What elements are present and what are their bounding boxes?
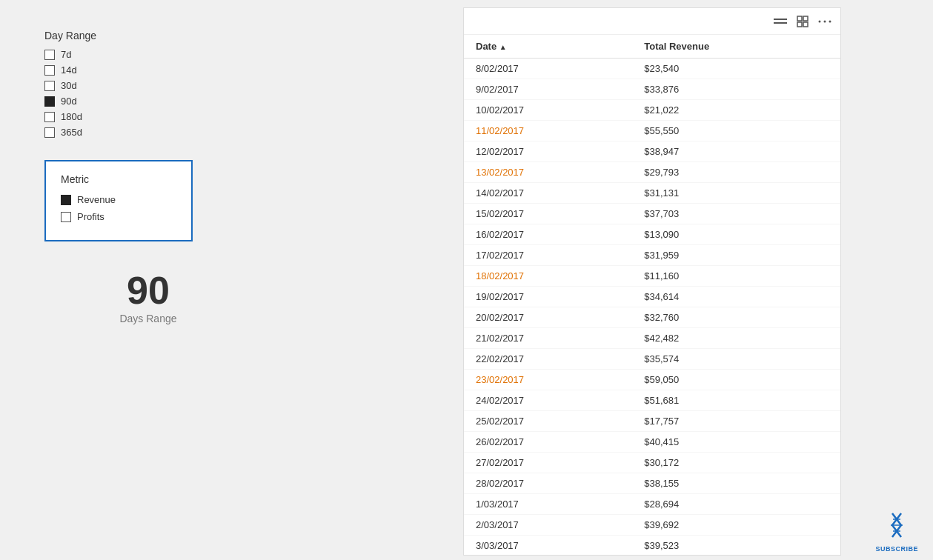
metric-swatch [61, 195, 71, 205]
subscribe-text: SUBSCRIBE [875, 545, 918, 553]
checkbox-label: 365d [61, 127, 82, 138]
revenue-cell: $40,415 [632, 432, 840, 453]
date-cell: 8/02/2017 [464, 59, 632, 79]
table-row: 10/02/2017$21,022 [464, 100, 840, 121]
revenue-cell: $51,681 [632, 390, 840, 411]
revenue-cell: $32,760 [632, 307, 840, 328]
revenue-cell: $29,793 [632, 162, 840, 183]
table-row: 9/02/2017$33,876 [464, 79, 840, 100]
svg-rect-1 [803, 16, 808, 21]
table-row: 16/02/2017$13,090 [464, 224, 840, 245]
table-row: 12/02/2017$38,947 [464, 141, 840, 162]
date-cell: 25/02/2017 [464, 411, 632, 432]
day-range-option[interactable]: 30d [44, 80, 252, 91]
hamburger-menu-icon[interactable] [774, 19, 787, 24]
svg-point-6 [829, 20, 831, 22]
revenue-cell: $34,614 [632, 287, 840, 307]
date-cell: 21/02/2017 [464, 328, 632, 349]
table-row: 21/02/2017$42,482 [464, 328, 840, 349]
date-cell: 16/02/2017 [464, 224, 632, 245]
date-cell: 2/03/2017 [464, 515, 632, 536]
data-table-container[interactable]: Date ▲ Total Revenue 8/02/2017$23,5409/0… [464, 35, 840, 555]
metric-label: Revenue [77, 194, 116, 205]
more-options-icon[interactable] [818, 19, 831, 24]
table-row: 17/02/2017$31,959 [464, 245, 840, 266]
revenue-cell: $28,694 [632, 494, 840, 515]
checkbox-box [44, 50, 55, 60]
checkbox-label: 180d [61, 111, 82, 122]
table-row: 11/02/2017$55,550 [464, 121, 840, 141]
revenue-cell: $55,550 [632, 121, 840, 141]
table-row: 1/03/2017$28,694 [464, 494, 840, 515]
right-panel: Date ▲ Total Revenue 8/02/2017$23,5409/0… [463, 7, 841, 556]
date-cell: 22/02/2017 [464, 349, 632, 370]
table-row: 8/02/2017$23,540 [464, 59, 840, 79]
revenue-cell: $23,540 [632, 59, 840, 79]
revenue-cell: $39,523 [632, 536, 840, 556]
revenue-cell: $35,574 [632, 349, 840, 370]
date-cell: 9/02/2017 [464, 79, 632, 100]
revenue-cell: $30,172 [632, 453, 840, 473]
metric-swatch [61, 212, 71, 222]
date-cell: 14/02/2017 [464, 183, 632, 204]
day-range-option[interactable]: 14d [44, 64, 252, 76]
revenue-cell: $11,160 [632, 266, 840, 287]
table-row: 14/02/2017$31,131 [464, 183, 840, 204]
date-cell: 13/02/2017 [464, 162, 632, 183]
revenue-cell: $17,757 [632, 411, 840, 432]
sort-arrow-icon: ▲ [499, 43, 507, 51]
day-range-option[interactable]: 180d [44, 111, 252, 122]
table-row: 25/02/2017$17,757 [464, 411, 840, 432]
date-cell: 10/02/2017 [464, 100, 632, 121]
day-range-title: Day Range [44, 30, 252, 41]
svg-rect-2 [797, 22, 802, 27]
table-row: 26/02/2017$40,415 [464, 432, 840, 453]
checkbox-box [44, 65, 55, 76]
date-cell: 23/02/2017 [464, 370, 632, 390]
checkbox-box [44, 81, 55, 91]
date-cell: 18/02/2017 [464, 266, 632, 287]
days-label: Days Range [44, 313, 252, 324]
revenue-column-header[interactable]: Total Revenue [632, 35, 840, 59]
table-row: 23/02/2017$59,050 [464, 370, 840, 390]
metric-option[interactable]: Revenue [61, 194, 176, 205]
table-row: 18/02/2017$11,160 [464, 266, 840, 287]
dna-icon [885, 512, 909, 544]
table-row: 15/02/2017$37,703 [464, 204, 840, 224]
table-toolbar [464, 8, 840, 35]
day-range-option[interactable]: 7d [44, 49, 252, 60]
table-row: 3/03/2017$39,523 [464, 536, 840, 556]
date-column-header[interactable]: Date ▲ [464, 35, 632, 59]
revenue-cell: $38,947 [632, 141, 840, 162]
date-cell: 1/03/2017 [464, 494, 632, 515]
day-range-option[interactable]: 365d [44, 127, 252, 138]
checkbox-box [44, 127, 55, 138]
metric-options: RevenueProfits [61, 194, 176, 222]
table-row: 24/02/2017$51,681 [464, 390, 840, 411]
days-display: 90 Days Range [44, 271, 252, 324]
metric-option[interactable]: Profits [61, 211, 176, 222]
table-row: 19/02/2017$34,614 [464, 287, 840, 307]
expand-icon[interactable] [796, 15, 809, 28]
day-range-options: 7d14d30d90d180d365d [44, 49, 252, 138]
revenue-cell: $33,876 [632, 79, 840, 100]
date-cell: 19/02/2017 [464, 287, 632, 307]
checkbox-label: 14d [61, 64, 77, 76]
days-number: 90 [44, 271, 252, 310]
subscribe-badge[interactable]: SUBSCRIBE [875, 512, 918, 553]
table-row: 2/03/2017$39,692 [464, 515, 840, 536]
revenue-cell: $42,482 [632, 328, 840, 349]
table-row: 27/02/2017$30,172 [464, 453, 840, 473]
checkbox-box [44, 112, 55, 122]
svg-rect-0 [797, 16, 802, 21]
table-row: 22/02/2017$35,574 [464, 349, 840, 370]
left-panel: Day Range 7d14d30d90d180d365d Metric Rev… [44, 30, 252, 324]
revenue-cell: $31,959 [632, 245, 840, 266]
svg-rect-3 [803, 22, 808, 27]
svg-point-4 [819, 20, 821, 22]
metric-label: Profits [77, 211, 104, 222]
date-cell: 11/02/2017 [464, 121, 632, 141]
day-range-option[interactable]: 90d [44, 96, 252, 107]
table-row: 28/02/2017$38,155 [464, 473, 840, 494]
date-cell: 20/02/2017 [464, 307, 632, 328]
